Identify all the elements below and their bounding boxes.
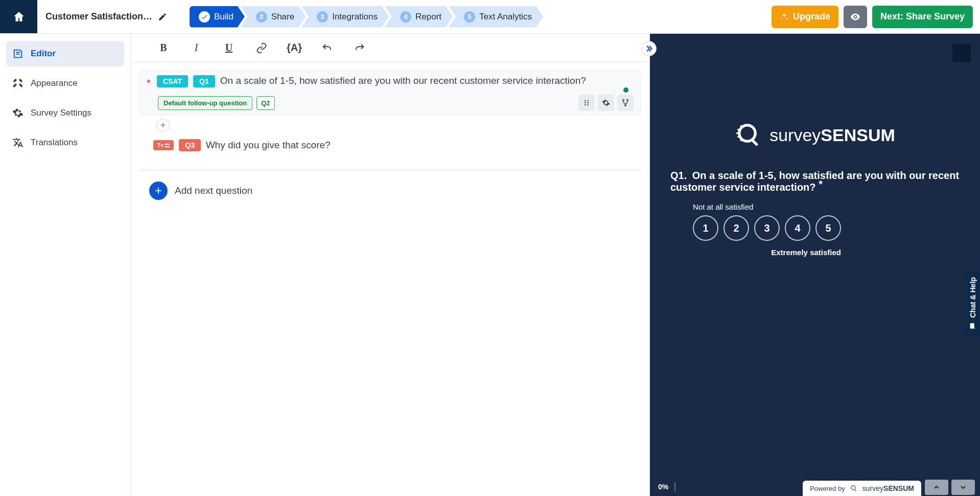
scale-options: 1 2 3 4 5 <box>693 215 960 241</box>
svg-point-4 <box>585 104 586 106</box>
scale-option-4[interactable]: 4 <box>785 215 810 241</box>
check-icon <box>199 11 210 22</box>
scale-option-2[interactable]: 2 <box>724 215 749 241</box>
bold-button[interactable]: B <box>156 41 171 55</box>
svg-point-0 <box>585 100 586 102</box>
brand-logo: surveySENSUM <box>650 121 980 149</box>
step-number: 5 <box>464 11 475 22</box>
sidebar-item-appearance[interactable]: Appearance <box>6 71 124 96</box>
preview-menu-button[interactable] <box>952 44 971 62</box>
preview-pane: surveySENSUM Q1. On a scale of 1-5, how … <box>650 34 980 496</box>
step-build[interactable]: Build <box>190 6 245 28</box>
sparkle-icon <box>780 12 789 21</box>
step-share[interactable]: 2 Share <box>241 6 306 28</box>
question-settings-button[interactable] <box>598 95 614 111</box>
chat-help-label: Chat & Help <box>969 277 977 318</box>
step-text-analytics[interactable]: 5 Text Analytics <box>449 6 543 28</box>
progress-text: 0% <box>658 483 668 491</box>
main: Editor Appearance Survey Settings Transl… <box>0 34 980 496</box>
preview-next-button[interactable] <box>951 480 975 495</box>
insert-placeholder-button[interactable]: {A} <box>287 41 301 55</box>
step-report[interactable]: 4 Report <box>385 6 453 28</box>
add-next-question[interactable]: Add next question <box>139 170 641 211</box>
magnifier-icon <box>735 121 763 149</box>
scale-label-high: Extremely satisfied <box>693 248 841 257</box>
step-integrations[interactable]: 3 Integrations <box>301 6 389 28</box>
svg-rect-11 <box>165 146 170 147</box>
undo-button[interactable] <box>320 41 334 55</box>
powered-by-badge[interactable]: Powered by surveySENSUM <box>803 481 921 496</box>
text-toolbar: B I U {A} <box>131 34 649 62</box>
svg-point-2 <box>585 102 586 104</box>
separator <box>674 482 675 491</box>
branch-icon <box>621 99 629 107</box>
sidebar-item-settings[interactable]: Survey Settings <box>6 100 124 126</box>
scale-option-5[interactable]: 5 <box>815 215 841 241</box>
step-label: Text Analytics <box>479 12 532 22</box>
gear-icon <box>602 99 610 107</box>
preview-q-text: On a scale of 1-5, how satisfied are you… <box>670 170 959 193</box>
svg-point-5 <box>587 104 589 106</box>
next-button[interactable]: Next: Share Survey <box>872 6 973 28</box>
svg-point-1 <box>587 100 589 102</box>
preview-question: Q1. On a scale of 1-5, how satisfied are… <box>650 170 980 257</box>
eye-icon <box>850 11 861 22</box>
sidebar-item-label: Survey Settings <box>31 108 91 118</box>
scale-label-low: Not at all satisfied <box>693 202 960 211</box>
svg-point-18 <box>740 140 742 142</box>
topbar: Customer Satisfaction Su... Build 2 Shar… <box>0 0 980 34</box>
step-label: Integrations <box>332 12 378 22</box>
expand-preview-button[interactable] <box>641 41 657 56</box>
question-card-q1[interactable]: * CSAT Q1 On a scale of 1-5, how satisfi… <box>139 70 641 116</box>
upgrade-button[interactable]: Upgrade <box>772 6 838 28</box>
chevron-down-icon <box>959 483 967 491</box>
redo-button[interactable] <box>353 41 367 55</box>
scale-option-3[interactable]: 3 <box>754 215 780 241</box>
pencil-icon <box>158 12 167 21</box>
step-label: Report <box>415 12 441 22</box>
drag-icon <box>582 99 591 107</box>
underline-button[interactable]: U <box>222 41 236 55</box>
question-type-tag: Tᴛ <box>153 140 174 150</box>
followup-tag[interactable]: Default follow-up question <box>158 96 252 110</box>
chevron-up-icon <box>932 483 941 491</box>
next-label: Next: Share Survey <box>880 11 965 22</box>
question-list: * CSAT Q1 On a scale of 1-5, how satisfi… <box>131 62 649 218</box>
chat-help-tab[interactable]: Chat & Help <box>966 271 980 336</box>
question-text[interactable]: On a scale of 1-5, how satisfied are you… <box>220 75 634 86</box>
sidebar-item-editor[interactable]: Editor <box>6 41 124 66</box>
undo-icon <box>321 42 333 54</box>
add-between-row: + <box>139 116 641 135</box>
svg-point-19 <box>851 486 855 490</box>
home-icon <box>12 10 26 24</box>
followup-q-tag[interactable]: Q2 <box>256 96 274 110</box>
survey-title[interactable]: Customer Satisfaction Su... <box>45 11 153 22</box>
svg-rect-20 <box>854 489 856 491</box>
italic-button[interactable]: I <box>189 41 203 55</box>
step-number: 2 <box>256 11 267 22</box>
logic-button[interactable] <box>617 95 634 111</box>
preview-prev-button[interactable] <box>925 480 948 495</box>
svg-rect-10 <box>165 144 170 145</box>
question-number-tag: Q1 <box>193 75 215 87</box>
svg-point-14 <box>737 129 739 131</box>
edit-title-button[interactable] <box>158 12 167 21</box>
text-icon: Tᴛ <box>157 142 170 148</box>
svg-point-8 <box>625 105 626 106</box>
sidebar-item-translations[interactable]: Translations <box>6 130 124 155</box>
svg-rect-13 <box>751 139 758 146</box>
home-button[interactable] <box>0 0 37 33</box>
svg-point-3 <box>587 102 589 104</box>
scale-option-1[interactable]: 1 <box>693 215 718 241</box>
add-between-button[interactable]: + <box>156 119 170 132</box>
add-next-label: Add next question <box>175 185 252 196</box>
drag-handle-button[interactable] <box>578 95 595 111</box>
sidebar-item-label: Translations <box>31 138 78 148</box>
status-indicator <box>623 87 628 93</box>
step-number: 3 <box>317 11 328 22</box>
question-text[interactable]: Why did you give that score? <box>206 140 634 151</box>
step-label: Build <box>214 12 234 22</box>
link-button[interactable] <box>254 41 269 55</box>
question-card-q3[interactable]: Tᴛ Q3 Why did you give that score? <box>139 135 641 155</box>
preview-button[interactable] <box>844 6 867 28</box>
